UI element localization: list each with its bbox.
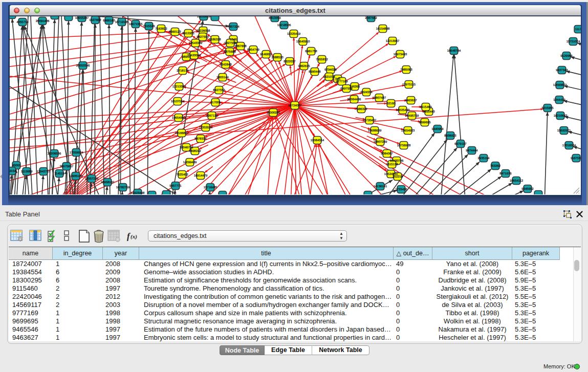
svg-text:8660123: 8660123 [169, 30, 181, 34]
svg-text:8427552: 8427552 [213, 89, 225, 92]
svg-text:10543382: 10543382 [189, 41, 203, 45]
svg-text:15692971: 15692971 [557, 129, 571, 133]
svg-text:10046736: 10046736 [180, 146, 193, 149]
svg-text:20053346: 20053346 [76, 64, 90, 68]
svg-text:7163822: 7163822 [155, 27, 167, 31]
svg-text:20091406: 20091406 [36, 19, 50, 23]
svg-text:10120746: 10120746 [390, 159, 404, 163]
svg-text:7485063: 7485063 [400, 68, 412, 72]
svg-text:2935114: 2935114 [478, 157, 490, 160]
svg-text:18807249: 18807249 [374, 140, 387, 144]
svg-text:8186328: 8186328 [209, 38, 221, 41]
svg-text:8813054: 8813054 [269, 16, 281, 20]
svg-text:9227343: 9227343 [556, 69, 568, 72]
svg-text:1244419: 1244419 [553, 98, 565, 102]
svg-text:7515526: 7515526 [143, 25, 155, 28]
svg-text:1621072: 1621072 [323, 75, 335, 79]
svg-text:16671355: 16671355 [129, 23, 143, 26]
svg-text:763262: 763262 [490, 164, 501, 168]
svg-text:9474444: 9474444 [466, 149, 478, 152]
svg-text:17957225: 17957225 [85, 177, 99, 181]
svg-text:10654112: 10654112 [510, 179, 524, 183]
svg-text:3498222: 3498222 [189, 149, 201, 153]
svg-text:16914479: 16914479 [194, 174, 208, 178]
svg-text:10025433: 10025433 [396, 108, 410, 112]
svg-text:11353594: 11353594 [199, 126, 213, 129]
svg-text:252214: 252214 [393, 175, 403, 179]
svg-text:9327508: 9327508 [224, 41, 236, 45]
svg-text:8912955: 8912955 [182, 32, 194, 35]
svg-text:12942757: 12942757 [37, 170, 51, 173]
svg-text:19654923: 19654923 [401, 129, 415, 133]
svg-text:5875685: 5875685 [224, 50, 236, 54]
svg-text:10807487: 10807487 [373, 96, 386, 100]
svg-text:26495759: 26495759 [405, 114, 419, 118]
svg-text:12213389: 12213389 [172, 85, 186, 89]
svg-text:(x): (x) [130, 233, 137, 240]
svg-text:16648784: 16648784 [447, 49, 461, 53]
svg-text:10756928: 10756928 [397, 144, 411, 147]
svg-text:7955812: 7955812 [316, 58, 328, 61]
svg-text:18300295: 18300295 [267, 111, 280, 115]
svg-text:6961758: 6961758 [305, 50, 317, 53]
svg-text:1167533: 1167533 [571, 157, 581, 160]
svg-text:9815440: 9815440 [423, 110, 435, 114]
svg-text:6794028: 6794028 [324, 68, 337, 72]
svg-text:14136141: 14136141 [374, 185, 387, 188]
svg-text:10958107: 10958107 [101, 181, 115, 184]
svg-text:1615132: 1615132 [386, 163, 398, 166]
svg-text:1546: 1546 [230, 38, 237, 41]
svg-text:10973493: 10973493 [394, 53, 407, 56]
svg-text:15751074: 15751074 [567, 40, 580, 43]
svg-text:3215955: 3215955 [541, 106, 554, 110]
svg-text:8938923: 8938923 [444, 134, 456, 138]
svg-text:1115689: 1115689 [21, 170, 33, 173]
svg-text:23226058: 23226058 [197, 29, 210, 33]
svg-text:18724007: 18724007 [288, 104, 302, 107]
svg-text:6679197: 6679197 [454, 142, 467, 146]
svg-text:10719185: 10719185 [115, 20, 129, 24]
svg-text:8878334: 8878334 [194, 137, 207, 141]
svg-text:9129966: 9129966 [560, 54, 573, 58]
svg-text:17359924: 17359924 [70, 151, 83, 155]
svg-text:9777169: 9777169 [336, 80, 348, 83]
svg-text:39154: 39154 [10, 169, 16, 173]
svg-text:16033809: 16033809 [197, 16, 211, 18]
svg-text:164: 164 [10, 16, 15, 17]
svg-text:20975867: 20975867 [60, 165, 74, 168]
svg-text:917006: 917006 [210, 101, 221, 104]
svg-text:8454749: 8454749 [247, 48, 259, 52]
svg-text:16210643: 16210643 [554, 114, 568, 118]
svg-text:12093872: 12093872 [553, 83, 567, 87]
svg-text:20364436: 20364436 [347, 98, 361, 101]
svg-text:9084067: 9084067 [381, 152, 393, 156]
svg-text:7986322: 7986322 [355, 107, 367, 111]
svg-text:9245652: 9245652 [521, 187, 534, 191]
svg-text:2803144: 2803144 [216, 76, 229, 79]
svg-text:15716485: 15716485 [204, 186, 217, 189]
svg-text:1640954: 1640954 [431, 127, 444, 131]
svg-text:12923448: 12923448 [131, 191, 145, 194]
svg-text:1527602: 1527602 [89, 18, 101, 22]
svg-text:9827503: 9827503 [197, 35, 209, 39]
svg-text:7625402: 7625402 [176, 173, 188, 177]
svg-text:62160: 62160 [387, 102, 396, 105]
svg-text:17016504: 17016504 [562, 144, 576, 147]
svg-text:45061: 45061 [12, 164, 21, 167]
svg-text:9146821: 9146821 [260, 53, 272, 56]
svg-text:7357224: 7357224 [227, 25, 239, 29]
svg-text:19654983: 19654983 [172, 116, 186, 120]
svg-text:9463627: 9463627 [405, 99, 417, 102]
svg-text:16154838: 16154838 [376, 27, 390, 31]
svg-text:2087682: 2087682 [365, 16, 377, 20]
svg-text:16782759: 16782759 [116, 186, 130, 189]
svg-text:6466160: 6466160 [103, 19, 115, 23]
svg-text:8322037: 8322037 [284, 60, 296, 63]
svg-text:12905135: 12905135 [69, 174, 83, 178]
svg-text:20206536: 20206536 [48, 152, 61, 156]
svg-text:10688609: 10688609 [368, 129, 382, 133]
svg-text:10655287: 10655287 [75, 16, 89, 20]
svg-text:14099489: 14099489 [183, 161, 197, 164]
svg-text:11325419: 11325419 [287, 32, 301, 36]
svg-text:6497508: 6497508 [340, 87, 353, 91]
